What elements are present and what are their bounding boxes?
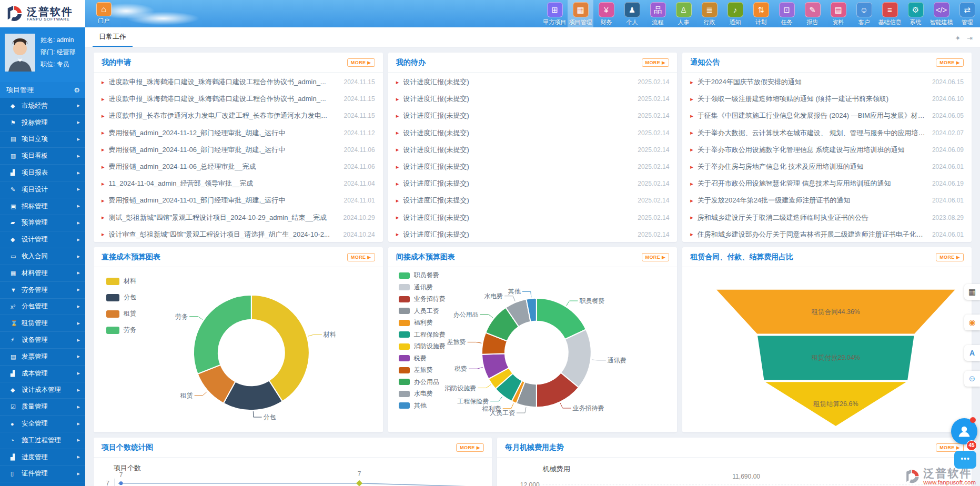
- nav-item-智能建模[interactable]: </>智能建模: [928, 0, 954, 27]
- sidebar-item-项目报表[interactable]: ▟项目报表▶: [0, 165, 85, 181]
- list-item[interactable]: ▸关于发放2024年第24批一级建造师注册证书的通知2024.06.01: [690, 192, 964, 209]
- sidebar-item-质量管理[interactable]: ☑质量管理▶: [0, 399, 85, 416]
- more-button[interactable]: MORE ▶: [347, 253, 375, 261]
- contact-icon[interactable]: ◉: [964, 315, 980, 330]
- more-button[interactable]: MORE ▶: [936, 58, 964, 67]
- list-item[interactable]: ▸进度款申报_珠海鹤港口建设_珠海鹤港口建设工程合作协议书_admin_...2…: [102, 90, 375, 107]
- legend-item[interactable]: 福利费: [399, 318, 446, 327]
- legend-item[interactable]: 租赁: [106, 309, 136, 318]
- nav-item-人事[interactable]: ♙人事: [671, 0, 696, 27]
- sidebar-item-招标管理[interactable]: ▣招标管理▶: [0, 198, 85, 215]
- legend-item[interactable]: 消防设施费: [399, 342, 446, 351]
- list-item[interactable]: ▸设计进度汇报(未提交)2025.02.14: [396, 192, 670, 209]
- nav-item-项目管理[interactable]: ▦项目管理: [568, 0, 593, 27]
- legend-item[interactable]: 办公用品: [399, 378, 446, 387]
- sidebar-item-收入合同[interactable]: ▭收入合同▶: [0, 248, 85, 265]
- list-item[interactable]: ▸关于举办大数据、云计算技术在城市建设、 规划、管理与服务中的应用培训班...2…: [690, 125, 964, 141]
- nav-item-通知[interactable]: ♪通知: [722, 0, 748, 27]
- list-item[interactable]: ▸设计进度汇报(未提交)2025.02.14: [396, 158, 670, 175]
- nav-item-计划[interactable]: ⇅计划: [748, 0, 774, 27]
- gear-icon[interactable]: ⚙: [74, 86, 80, 94]
- legend-item[interactable]: 通讯费: [399, 283, 446, 292]
- sidebar-item-设备管理[interactable]: ⚡设备管理▶: [0, 332, 85, 349]
- more-button[interactable]: MORE ▶: [347, 58, 375, 67]
- sidebar-item-分包管理[interactable]: x²分包管理▶: [0, 299, 85, 316]
- list-item[interactable]: ▸设计进度汇报(未提交)2025.02.14: [396, 175, 670, 192]
- legend-item[interactable]: 分包: [106, 293, 136, 302]
- list-item[interactable]: ▸费用报销_admin_2024-11-12_部门经理审批_胡建,_运行中202…: [102, 125, 375, 141]
- sidebar-item-市场经营[interactable]: ◆市场经营▶: [0, 98, 85, 115]
- list-item[interactable]: ▸费用报销_admin_2024-11-06_部门经理审批_胡建,_运行中202…: [102, 141, 375, 158]
- sidebar-item-劳务管理[interactable]: ▼劳务管理▶: [0, 282, 85, 299]
- more-button[interactable]: MORE ▶: [642, 58, 670, 67]
- nav-item-系统[interactable]: ⚙系统: [903, 0, 928, 27]
- nav-item-甲方项目[interactable]: ⊞甲方项目: [542, 0, 568, 27]
- list-item[interactable]: ▸房和城乡建设厅关于取消二级建造师临时执业证书的公告2023.08.29: [690, 209, 964, 226]
- nav-item-客户[interactable]: ☺客户: [851, 0, 877, 27]
- legend-item[interactable]: 材料: [106, 277, 136, 286]
- legend-item[interactable]: 税费: [399, 354, 446, 363]
- more-button[interactable]: MORE ▶: [642, 253, 670, 261]
- list-item[interactable]: ▸关于举办市政公用设施数字化管理信息 系统建设与应用培训班的通知2024.06.…: [690, 141, 964, 158]
- list-item[interactable]: ▸关于2024年国庆节放假安排的通知2024.06.15: [690, 74, 964, 90]
- nav-item-报告[interactable]: ✎报告: [800, 0, 825, 27]
- sidebar-item-成本管理[interactable]: ▟成本管理▶: [0, 366, 85, 382]
- list-item[interactable]: ▸设计进度汇报(未提交)2025.02.14: [396, 125, 670, 141]
- legend-item[interactable]: 人员工资: [399, 307, 446, 316]
- collapse-icon[interactable]: ⇥: [967, 34, 973, 42]
- sidebar-item-证件管理[interactable]: ▯证件管理▶: [0, 466, 85, 483]
- sidebar-item-项目设计[interactable]: ✎项目设计▶: [0, 181, 85, 198]
- nav-item-财务[interactable]: ¥财务: [593, 0, 619, 27]
- nav-item-任务[interactable]: ⊡任务: [774, 0, 800, 27]
- legend-item[interactable]: 职员餐费: [399, 271, 446, 280]
- translate-icon[interactable]: A: [964, 345, 980, 361]
- key-icon[interactable]: ✦: [955, 34, 961, 42]
- sidebar-item-发票管理[interactable]: ▤发票管理▶: [0, 349, 85, 366]
- list-item[interactable]: ▸设计审查_彭祖新城"四馆"景观工程设计项目_请选择_胡广生_2024-10-2…: [102, 226, 375, 242]
- list-item[interactable]: ▸费用报销_admin_2024-11-01_部门经理审批_胡建,_运行中202…: [102, 192, 375, 209]
- list-item[interactable]: ▸费用报销_admin_2024-11-06_总经理审批__完成2024.11.…: [102, 158, 375, 175]
- list-item[interactable]: ▸设计进度汇报(未提交)2025.02.14: [396, 141, 670, 158]
- sidebar-item-施工过程管理[interactable]: ◔施工过程管理▶: [0, 432, 85, 449]
- list-item[interactable]: ▸住房和城乡建设部办公厅关于同意吉林省开展二级建造师注册证书电子化试点...20…: [690, 226, 964, 242]
- sidebar-item-设计管理[interactable]: ◆设计管理▶: [0, 231, 85, 248]
- legend-item[interactable]: 业务招待费: [399, 295, 446, 303]
- sidebar-item-租赁管理[interactable]: ⌛租赁管理▶: [0, 315, 85, 332]
- nav-item-管理[interactable]: ⇄管理: [954, 0, 980, 27]
- sidebar-item-预算管理[interactable]: ▰预算管理▶: [0, 215, 85, 232]
- nav-item-流程[interactable]: 品流程: [645, 0, 671, 27]
- nav-item-个人[interactable]: ♟个人: [619, 0, 645, 27]
- sidebar-item-材料管理[interactable]: ▦材料管理▶: [0, 265, 85, 282]
- legend-item[interactable]: 其他: [399, 401, 446, 410]
- list-item[interactable]: ▸关于举办住房与房地产信息化 技术及应用培训班的通知2024.06.01: [690, 158, 964, 175]
- nav-item-行政[interactable]: ≣行政: [696, 0, 722, 27]
- list-item[interactable]: ▸关于领取一级注册建造师增项贴的通知 (须持一建证书前来领取)2024.06.1…: [690, 90, 964, 107]
- emoji-icon[interactable]: ☺: [964, 371, 980, 387]
- more-button[interactable]: MORE ▶: [936, 253, 964, 261]
- legend-item[interactable]: 工程保险费: [399, 330, 446, 339]
- nav-item-基础信息[interactable]: ≡基础信息: [877, 0, 903, 27]
- list-item[interactable]: ▸设计进度汇报(未提交)2025.02.14: [396, 209, 670, 226]
- list-item[interactable]: ▸11_2024-11-04_admin_经营部_领导审批__完成2024.11…: [102, 175, 375, 192]
- legend-item[interactable]: 劳务: [106, 326, 136, 335]
- sidebar-item-进度管理[interactable]: ▟进度管理▶: [0, 449, 85, 466]
- sidebar-item-项目看板[interactable]: ▥项目看板▶: [0, 148, 85, 165]
- chat-bubble-button[interactable]: •••: [954, 451, 976, 469]
- qr-code-icon[interactable]: ▦: [964, 284, 980, 300]
- sidebar-item-安全管理[interactable]: ●安全管理▶: [0, 416, 85, 432]
- list-item[interactable]: ▸进度款申报_长春市伊通河水力发电厂改建工程_长春市伊通河水力发电...2024…: [102, 107, 375, 124]
- list-item[interactable]: ▸进度款申报_珠海鹤港口建设_珠海鹤港口建设工程合作协议书_admin_...2…: [102, 74, 375, 90]
- nav-item-资料[interactable]: ▤资料: [825, 0, 851, 27]
- list-item[interactable]: ▸设计进度汇报(未提交)2025.02.14: [396, 226, 670, 242]
- portal-button[interactable]: ⌂ 门户: [92, 2, 116, 27]
- more-button[interactable]: MORE ▶: [456, 443, 484, 452]
- sidebar-section-header[interactable]: 项目管理 ⚙: [0, 82, 85, 98]
- sidebar-item-投标管理[interactable]: ⚑投标管理▶: [0, 115, 85, 131]
- list-item[interactable]: ▸于征集《中国建筑施工行业信息化发展报告 (2024) —BIM应用与发展》材料…: [690, 107, 964, 124]
- sidebar-item-项目立项[interactable]: ▤项目立项▶: [0, 131, 85, 148]
- tab-daily-work[interactable]: 日常工作: [93, 27, 133, 47]
- list-item[interactable]: ▸关于召开市政公用设施智慧化管理 信息技术与应用培训班的通知2024.06.19: [690, 175, 964, 192]
- sidebar-item-设计成本管理[interactable]: ◆设计成本管理▶: [0, 382, 85, 399]
- list-item[interactable]: ▸设计进度汇报(未提交)2025.02.14: [396, 107, 670, 124]
- list-item[interactable]: ▸测试_彭祖新城"四馆"景观工程设计项目_2024-10-29_admin_结束…: [102, 209, 375, 226]
